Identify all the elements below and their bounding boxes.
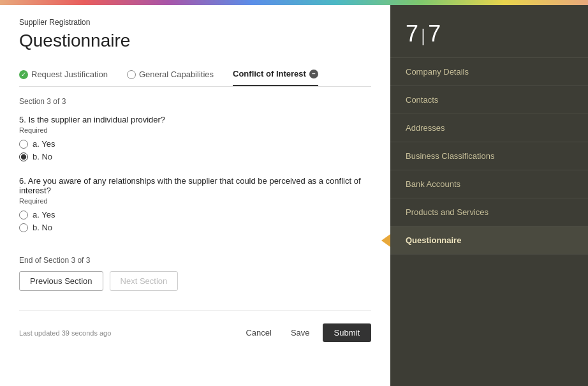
left-panel: Supplier Registration Questionnaire ✓ Re… — [0, 5, 390, 386]
sidebar-nav: Company Details Contacts Addresses Busin… — [390, 57, 588, 386]
next-section-button: Next Section — [110, 271, 179, 291]
dash-icon: – — [309, 70, 318, 78]
main-layout: Supplier Registration Questionnaire ✓ Re… — [0, 5, 588, 386]
footer-divider — [19, 310, 371, 311]
cancel-button[interactable]: Cancel — [239, 323, 277, 342]
sidebar-item-contacts[interactable]: Contacts — [390, 85, 588, 114]
tab-conflict-of-interest[interactable]: Conflict of Interest – — [233, 64, 318, 86]
nav-buttons: Previous Section Next Section — [19, 271, 371, 291]
question-5-required: Required — [19, 126, 371, 134]
end-section-label: End of Section 3 of 3 — [19, 256, 371, 265]
q5-option-b[interactable]: b. No — [19, 152, 371, 161]
check-icon: ✓ — [19, 70, 28, 79]
q5-radio-a[interactable] — [19, 140, 28, 149]
sidebar-item-addresses[interactable]: Addresses — [390, 114, 588, 142]
right-sidebar: 7|7 Company Details Contacts Addresses B… — [390, 5, 588, 386]
sidebar-item-bank-accounts[interactable]: Bank Accounts — [390, 170, 588, 198]
progress-section: 7|7 — [390, 5, 588, 57]
question-6-text: 6. Are you aware of any relationships wi… — [19, 176, 371, 195]
sidebar-item-questionnaire[interactable]: Questionnaire — [390, 226, 588, 255]
sidebar-item-business-classifications[interactable]: Business Classifications — [390, 142, 588, 170]
footer-actions: Cancel Save Submit — [239, 323, 371, 342]
q5-option-a[interactable]: a. Yes — [19, 139, 371, 149]
q6-option-a[interactable]: a. Yes — [19, 210, 371, 219]
save-button[interactable]: Save — [284, 323, 316, 342]
previous-section-button[interactable]: Previous Section — [19, 271, 103, 291]
q6-radio-a[interactable] — [19, 211, 28, 219]
last-updated-text: Last updated 39 seconds ago — [19, 329, 111, 337]
q6-radio-b[interactable] — [19, 223, 28, 232]
question-6-required: Required — [19, 197, 371, 205]
circle-icon — [127, 70, 136, 79]
progress-text: 7|7 — [406, 20, 442, 47]
sidebar-item-company-details[interactable]: Company Details — [390, 57, 588, 85]
top-banner — [0, 0, 588, 5]
sidebar-item-products-and-services[interactable]: Products and Services — [390, 198, 588, 226]
sidebar-questionnaire-wrapper: Questionnaire — [390, 226, 588, 255]
question-6-block: 6. Are you aware of any relationships wi… — [19, 176, 371, 235]
active-indicator — [381, 234, 390, 247]
tab-general-capabilities[interactable]: General Capabilities — [127, 64, 214, 86]
section-label: Section 3 of 3 — [19, 97, 371, 106]
question-5-block: 5. Is the supplier an individual provide… — [19, 115, 371, 165]
q5-radio-b[interactable] — [19, 152, 28, 161]
supplier-label: Supplier Registration — [19, 18, 371, 27]
submit-button[interactable]: Submit — [323, 323, 371, 342]
page-title: Questionnaire — [19, 31, 371, 51]
tab-request-justification[interactable]: ✓ Request Justification — [19, 64, 108, 86]
tabs-container: ✓ Request Justification General Capabili… — [19, 64, 371, 87]
q6-option-b[interactable]: b. No — [19, 223, 371, 232]
footer-bar: Last updated 39 seconds ago Cancel Save … — [19, 317, 371, 342]
question-5-text: 5. Is the supplier an individual provide… — [19, 115, 371, 124]
